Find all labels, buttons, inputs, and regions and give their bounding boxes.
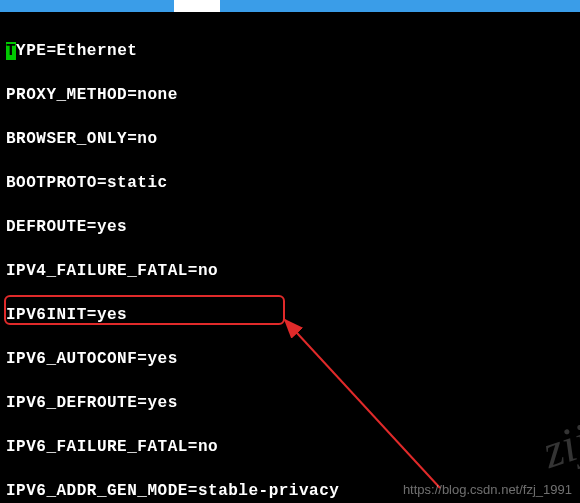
terminal-content[interactable]: TYPE=Ethernet PROXY_METHOD=none BROWSER_…	[0, 12, 580, 503]
source-watermark: https://blog.csdn.net/fzj_1991	[403, 482, 572, 497]
titlebar[interactable]	[0, 0, 580, 12]
config-line: IPV4_FAILURE_FATAL=no	[6, 260, 574, 282]
config-line: BOOTPROTO=static	[6, 172, 574, 194]
config-line: IPV6_DEFROUTE=yes	[6, 392, 574, 414]
config-line: IPV6INIT=yes	[6, 304, 574, 326]
config-line: DEFROUTE=yes	[6, 216, 574, 238]
config-line: YPE=Ethernet	[16, 42, 137, 60]
terminal-window: TYPE=Ethernet PROXY_METHOD=none BROWSER_…	[0, 0, 580, 503]
config-line: BROWSER_ONLY=no	[6, 128, 574, 150]
config-line: PROXY_METHOD=none	[6, 84, 574, 106]
config-line: IPV6_FAILURE_FATAL=no	[6, 436, 574, 458]
cursor: T	[6, 42, 16, 60]
config-line: IPV6_AUTOCONF=yes	[6, 348, 574, 370]
